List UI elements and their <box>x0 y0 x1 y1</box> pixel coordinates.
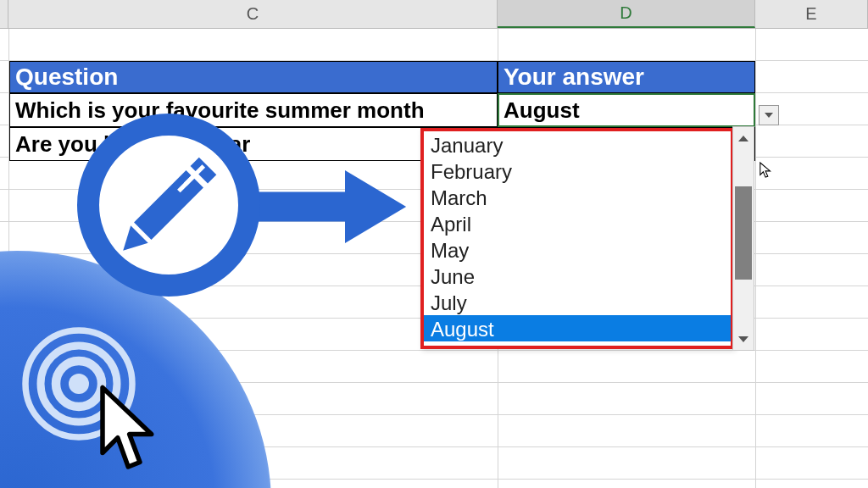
dropdown-toggle-button[interactable] <box>759 105 779 125</box>
dropdown-item-may[interactable]: May <box>424 236 731 263</box>
cursor-icon <box>90 383 162 476</box>
scroll-thumb[interactable] <box>735 186 752 280</box>
dropdown-item-july[interactable]: July <box>424 289 731 315</box>
mouse-cursor-icon <box>759 161 774 180</box>
answer-cell-1[interactable]: August <box>498 93 755 127</box>
column-headers-row: C D E <box>0 0 868 29</box>
column-header-d[interactable]: D <box>498 0 755 28</box>
dropdown-scrollbar[interactable] <box>732 126 754 351</box>
column-header-b[interactable] <box>0 0 8 28</box>
dropdown-item-april[interactable]: April <box>424 210 731 236</box>
column-header-c[interactable]: C <box>8 0 498 28</box>
scroll-up-button[interactable] <box>733 127 754 149</box>
dropdown-item-august[interactable]: August <box>424 315 731 341</box>
column-header-e[interactable]: E <box>755 0 868 28</box>
pencil-icon <box>114 151 223 259</box>
svg-point-3 <box>69 374 89 394</box>
scroll-down-button[interactable] <box>733 328 754 350</box>
dropdown-item-january[interactable]: January <box>424 131 731 158</box>
dropdown-item-february[interactable]: February <box>424 158 731 184</box>
dropdown-item-june[interactable]: June <box>424 263 731 289</box>
table-header-question[interactable]: Question <box>9 61 498 93</box>
table-header-answer[interactable]: Your answer <box>498 61 755 93</box>
edit-pencil-badge <box>77 114 260 297</box>
dropdown-item-march[interactable]: March <box>424 184 731 210</box>
arrow-right-icon <box>246 164 411 249</box>
dropdown-list[interactable]: January February March April May June Ju… <box>420 128 734 349</box>
